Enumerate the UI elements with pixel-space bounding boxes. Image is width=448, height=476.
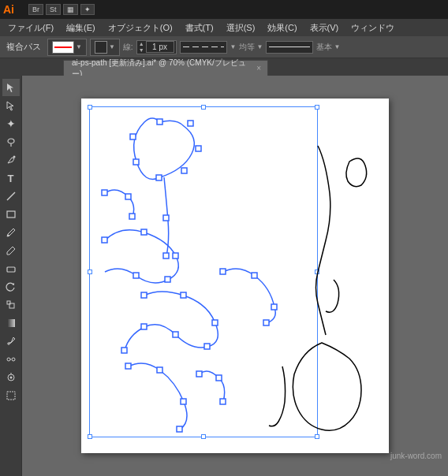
blend-tool[interactable] (2, 351, 20, 368)
style-arrow: ▼ (334, 43, 340, 50)
stroke-style-btn[interactable]: ▼ (90, 39, 120, 56)
svg-rect-40 (271, 304, 277, 310)
menu-file[interactable]: ファイル(F) (2, 20, 60, 35)
stroke-color-btn[interactable]: ▼ (47, 39, 87, 56)
align-label: 均等 (239, 42, 255, 53)
style-preview[interactable] (266, 41, 313, 54)
svg-rect-37 (121, 348, 127, 353)
direct-selection-tool[interactable] (2, 97, 20, 114)
symbol-sprayer-tool[interactable] (2, 369, 20, 386)
svg-rect-47 (216, 375, 222, 381)
svg-rect-44 (181, 399, 186, 404)
svg-point-2 (13, 156, 15, 158)
svg-rect-46 (196, 371, 202, 377)
title-icons: Br St ▦ ✦ (28, 4, 95, 15)
canvas-container (30, 84, 440, 468)
tab-close-btn[interactable]: × (256, 64, 261, 73)
svg-rect-43 (157, 367, 162, 373)
pen-tool[interactable] (2, 151, 20, 169)
stock-btn[interactable]: St (46, 4, 61, 15)
menu-window[interactable]: ウィンドウ (345, 20, 401, 35)
menu-type[interactable]: 書式(T) (179, 20, 220, 35)
menu-effect[interactable]: 効果(C) (261, 20, 303, 35)
svg-rect-41 (263, 320, 269, 325)
svg-rect-35 (173, 332, 178, 337)
svg-line-3 (7, 192, 15, 200)
svg-rect-50 (125, 194, 131, 199)
svg-point-14 (9, 377, 12, 379)
line-tool[interactable] (2, 188, 20, 205)
paintbrush-tool[interactable] (2, 224, 20, 241)
magic-wand-tool[interactable]: ✦ (2, 115, 20, 132)
svg-rect-51 (129, 214, 135, 219)
svg-rect-26 (102, 237, 107, 243)
svg-rect-6 (7, 267, 15, 272)
type-tool[interactable]: T (2, 169, 20, 187)
svg-rect-9 (7, 319, 15, 327)
svg-rect-39 (252, 273, 257, 278)
pencil-tool[interactable] (2, 242, 20, 259)
rectangle-tool[interactable] (2, 206, 20, 223)
watermark-text: junk-word.com (390, 452, 442, 460)
title-bar: Ai Br St ▦ ✦ (0, 0, 448, 19)
svg-rect-22 (133, 159, 139, 165)
svg-rect-29 (165, 277, 170, 282)
search-btn[interactable]: ✦ (80, 4, 95, 15)
svg-rect-30 (133, 273, 139, 278)
svg-rect-21 (156, 175, 162, 180)
svg-point-0 (8, 139, 14, 143)
style-label: 基本 (316, 42, 332, 53)
svg-rect-36 (141, 324, 147, 329)
eyedropper-tool[interactable] (2, 333, 20, 350)
grid-btn[interactable]: ▦ (63, 4, 78, 15)
gradient-tool[interactable] (2, 314, 20, 332)
svg-rect-33 (212, 320, 218, 325)
menu-select[interactable]: 選択(S) (220, 20, 262, 35)
style-group: 基本 ▼ (316, 42, 340, 53)
selection-tool[interactable] (2, 79, 20, 96)
canvas-area[interactable]: junk-word.com (22, 76, 448, 476)
toolbar: 複合パス ▼ ▼ 線: ▲ ▼ 1 px ▼ 均等 ▼ 基本 ▼ (0, 36, 448, 58)
stroke-label: 線: (123, 42, 133, 53)
svg-rect-48 (220, 399, 226, 404)
stroke-color-arrow: ▼ (76, 43, 82, 50)
path-label: 複合パス (3, 41, 44, 53)
svg-rect-38 (220, 269, 226, 274)
document-tab[interactable]: ai-ps-path [更新済み].ai* @ 70% (CMYK/プレビュー)… (63, 60, 268, 76)
svg-rect-34 (204, 344, 210, 349)
menu-bar: ファイル(F) 編集(E) オブジェクト(O) 書式(T) 選択(S) 効果(C… (0, 19, 448, 36)
dash-dropdown-arrow: ▼ (230, 43, 237, 50)
eraser-tool[interactable] (2, 260, 20, 277)
dash-pattern-btn[interactable] (180, 41, 227, 54)
menu-view[interactable]: 表示(V) (304, 20, 345, 35)
artboard-tool[interactable] (2, 387, 20, 404)
svg-point-11 (12, 358, 15, 361)
svg-rect-45 (177, 426, 182, 432)
svg-rect-25 (163, 253, 169, 258)
svg-rect-28 (173, 253, 178, 258)
left-toolbar: ✦ T (0, 76, 22, 476)
svg-rect-16 (7, 392, 15, 400)
svg-rect-4 (7, 211, 15, 218)
svg-rect-27 (141, 229, 147, 235)
menu-object[interactable]: オブジェクト(O) (102, 20, 179, 35)
rotate-tool[interactable] (2, 278, 20, 296)
tab-bar: ai-ps-path [更新済み].ai* @ 70% (CMYK/プレビュー)… (0, 58, 448, 76)
lasso-tool[interactable] (2, 133, 20, 151)
svg-rect-19 (196, 146, 201, 151)
bridge-btn[interactable]: Br (28, 4, 43, 15)
stroke-width-input[interactable]: 1 px (146, 41, 174, 53)
svg-rect-17 (157, 119, 162, 125)
svg-rect-42 (125, 363, 131, 369)
menu-edit[interactable]: 編集(E) (60, 20, 102, 35)
align-group: 均等 ▼ (239, 42, 263, 53)
stroke-width-control[interactable]: ▲ ▼ 1 px (136, 40, 177, 54)
scale-tool[interactable] (2, 296, 20, 314)
svg-rect-24 (163, 215, 169, 221)
svg-rect-20 (181, 168, 187, 173)
svg-point-10 (7, 358, 10, 361)
artboard (81, 99, 389, 453)
main-area: ✦ T (0, 76, 448, 476)
stroke-style-arrow: ▼ (109, 43, 115, 50)
svg-point-5 (7, 235, 9, 236)
